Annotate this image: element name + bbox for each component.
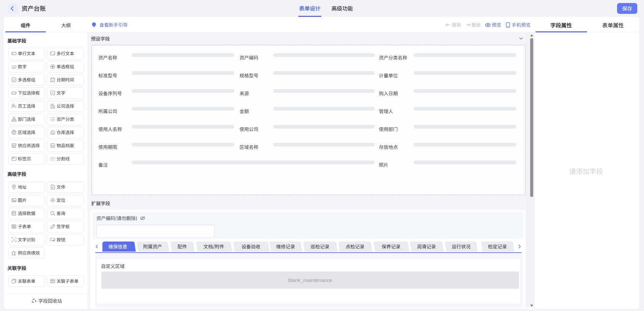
svg-text:A: A xyxy=(52,91,54,95)
svg-text:123: 123 xyxy=(11,65,17,68)
svg-text:A: A xyxy=(13,238,15,242)
svg-text:Tab: Tab xyxy=(12,157,14,159)
